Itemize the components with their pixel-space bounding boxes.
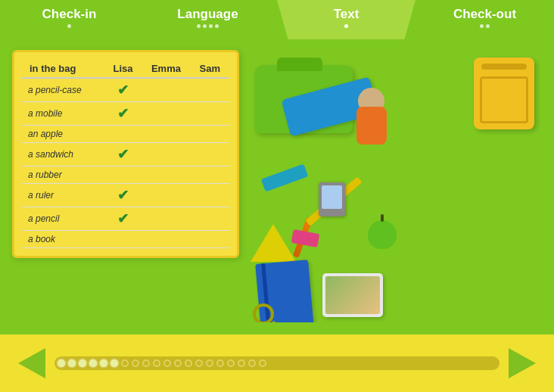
- progress-dot: [110, 359, 118, 367]
- arrow-left-icon: [18, 348, 45, 378]
- tab-text[interactable]: Text: [277, 0, 416, 39]
- item-name: a ruler: [22, 184, 104, 207]
- progress-dot: [227, 359, 235, 367]
- tab-language-label: Language: [177, 7, 238, 22]
- items-table: in the bag Lisa Emma Sam a pencil-case ✔…: [22, 60, 229, 248]
- prev-button[interactable]: [15, 347, 48, 380]
- main-content: in the bag Lisa Emma Sam a pencil-case ✔…: [0, 39, 554, 334]
- mobile-icon: [319, 182, 345, 216]
- progress-dot: [142, 359, 150, 367]
- tab-check-out-dots: [480, 24, 490, 28]
- apple-icon: [368, 220, 397, 249]
- table-row: a mobile ✔: [22, 102, 229, 126]
- next-button[interactable]: [506, 347, 539, 380]
- item-name: a book: [22, 231, 104, 248]
- table-row: a rubber: [22, 166, 229, 184]
- progress-dot: [206, 359, 213, 367]
- character-icon: [349, 88, 394, 148]
- lisa-check: ✔: [104, 143, 142, 166]
- illustration-area: [247, 50, 542, 322]
- progress-dot: [195, 359, 203, 367]
- tab-text-label: Text: [334, 7, 359, 22]
- tablet-icon: [322, 273, 383, 317]
- bottom-bar: [0, 334, 554, 392]
- progress-dot: [79, 359, 86, 367]
- character-body: [356, 107, 387, 145]
- progress-dot: [174, 359, 182, 367]
- table-container: in the bag Lisa Emma Sam a pencil-case ✔…: [12, 50, 239, 258]
- arrow-right-icon: [509, 348, 536, 378]
- progress-dot: [58, 359, 65, 367]
- tab-check-in[interactable]: Check-in: [0, 0, 138, 39]
- table-row: a ruler ✔: [22, 184, 229, 207]
- tab-text-dots: [344, 24, 348, 28]
- item-name: a pencil-case: [22, 78, 104, 102]
- yellow-suitcase-icon: [474, 58, 534, 129]
- progress-dot: [185, 359, 192, 367]
- item-name: a pencil: [22, 207, 104, 231]
- top-navigation: Check-in Language Text Check-out: [0, 0, 554, 39]
- progress-dot: [163, 359, 171, 367]
- table-row: an apple: [22, 126, 229, 143]
- triangle-ruler-icon: [251, 224, 296, 262]
- table-row: a book: [22, 231, 229, 248]
- item-name: a sandwich: [22, 143, 104, 166]
- tab-language-dots: [197, 24, 219, 28]
- item-name: an apple: [22, 126, 104, 143]
- col-header-lisa: Lisa: [104, 60, 142, 78]
- progress-dot: [100, 359, 107, 367]
- item-name: a mobile: [22, 102, 104, 126]
- progress-dot: [132, 359, 139, 367]
- pencil-case-icon: [261, 163, 309, 191]
- lisa-check: ✔: [104, 184, 142, 207]
- lisa-check: ✔: [104, 78, 142, 102]
- tab-check-out[interactable]: Check-out: [416, 0, 554, 39]
- item-name: a rubber: [22, 166, 104, 184]
- table-row: a sandwich ✔: [22, 143, 229, 166]
- progress-dot: [216, 359, 224, 367]
- progress-dot: [153, 359, 160, 367]
- progress-dot: [121, 359, 129, 367]
- col-header-sam: Sam: [190, 60, 229, 78]
- col-header-item: in the bag: [22, 60, 104, 78]
- lisa-check: ✔: [104, 102, 142, 126]
- tab-check-out-label: Check-out: [453, 7, 516, 22]
- progress-dot: [89, 359, 97, 367]
- tab-check-in-label: Check-in: [42, 7, 97, 22]
- table-row: a pencil-case ✔: [22, 78, 229, 102]
- progress-track: [54, 356, 500, 370]
- lisa-check: ✔: [104, 207, 142, 231]
- progress-dot: [68, 359, 76, 367]
- col-header-emma: Emma: [142, 60, 190, 78]
- progress-dot: [238, 359, 245, 367]
- magnify-icon: [253, 303, 274, 322]
- progress-dot: [259, 359, 266, 367]
- progress-dot: [248, 359, 256, 367]
- tab-check-in-dots: [67, 24, 71, 28]
- tab-language[interactable]: Language: [138, 0, 277, 39]
- table-row: a pencil ✔: [22, 207, 229, 231]
